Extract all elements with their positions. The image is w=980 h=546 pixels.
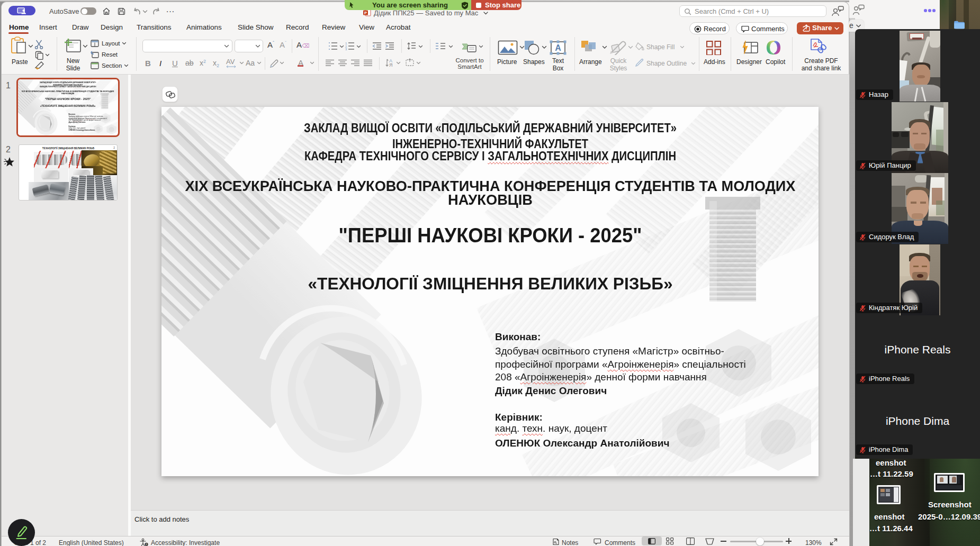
svg-text:3: 3	[345, 48, 347, 50]
svg-text:!: !	[146, 543, 147, 546]
svg-text:A: A	[555, 43, 561, 52]
svg-text:Я: Я	[389, 62, 393, 67]
